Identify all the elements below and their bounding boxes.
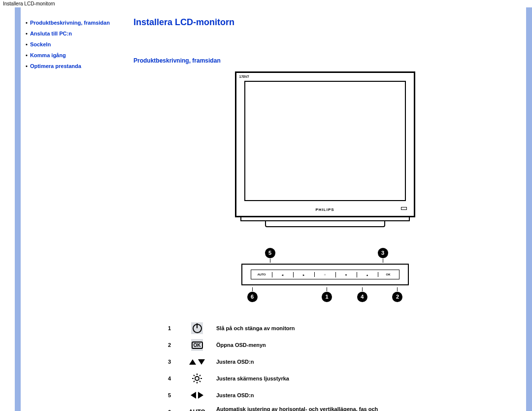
- panel-btn-auto: AUTO: [251, 273, 272, 276]
- monitor-diagram: 170V7 PHILIPS 5 3: [133, 71, 516, 302]
- sidebar-item-getting-started[interactable]: Komma igång: [30, 52, 66, 58]
- panel-btn-bright-icon: ☼: [314, 273, 335, 276]
- monitor-outline: 170V7 PHILIPS: [235, 71, 415, 217]
- legend-num: 5: [164, 387, 182, 403]
- svg-line-6: [200, 381, 200, 382]
- callout-5: 5: [265, 248, 275, 258]
- svg-line-5: [194, 375, 195, 376]
- sidebar-item-base[interactable]: Sockeln: [30, 41, 51, 47]
- legend-row: 4: [164, 371, 398, 386]
- monitor-led-icon: [401, 207, 407, 210]
- auto-icon: AUTO: [183, 404, 211, 411]
- legend-row: 2 OK Öppna OSD-menyn: [164, 337, 398, 353]
- monitor-model-label: 170V7: [239, 75, 249, 78]
- panel-body: AUTO ◂ ▸ ☼ ▾ ▴ OK: [241, 264, 409, 285]
- legend-table: 1 Slå på och stänga av monitorn 2 OK Öpp…: [163, 319, 399, 411]
- panel-diagram: 5 3 AUTO ◂ ▸ ☼ ▾ ▴: [241, 248, 409, 302]
- power-icon: [191, 322, 203, 334]
- page-title: Installera LCD-monitorn: [133, 17, 516, 28]
- panel-btn-down-icon: ▾: [335, 273, 357, 276]
- up-down-icon: [187, 356, 207, 368]
- legend-row: 5 Justera OSD:n: [164, 387, 398, 403]
- panel-btn-ok: OK: [378, 273, 399, 276]
- section-heading: Produktbeskrivning, framsidan: [133, 57, 516, 64]
- brightness-icon: [187, 373, 207, 384]
- sidebar-item-connect-pc[interactable]: Ansluta till PC:n: [30, 31, 72, 36]
- panel-btn-left-icon: ◂: [272, 273, 293, 276]
- legend-text: Öppna OSD-menyn: [212, 337, 398, 353]
- legend-num: 1: [164, 320, 182, 336]
- svg-line-7: [200, 375, 200, 376]
- layout: • Produktbeskrivning, framsidan • Anslut…: [0, 7, 532, 411]
- monitor-screen: [244, 81, 406, 201]
- sidebar-accent-bar: [15, 7, 21, 411]
- sidebar-item-optimize[interactable]: Optimera prestanda: [30, 63, 81, 69]
- callout-3: 3: [378, 248, 388, 258]
- panel-buttons-row: AUTO ◂ ▸ ☼ ▾ ▴ OK: [251, 270, 399, 279]
- legend-num: 3: [164, 354, 182, 370]
- sidebar: • Produktbeskrivning, framsidan • Anslut…: [21, 7, 127, 411]
- legend-row: 6 AUTO Automatisk justering av horisonta…: [164, 404, 398, 411]
- legend-text: Automatisk justering av horisontal- och …: [212, 404, 398, 411]
- sidebar-item-product-desc[interactable]: Produktbeskrivning, framsidan: [30, 20, 110, 26]
- panel-btn-right-icon: ▸: [293, 273, 314, 276]
- monitor-brand-label: PHILIPS: [236, 207, 414, 212]
- callout-1: 1: [322, 292, 332, 302]
- content: Installera LCD-monitorn Produktbeskrivni…: [127, 7, 532, 411]
- legend-text: Justera OSD:n: [212, 387, 398, 403]
- callout-6: 6: [247, 292, 258, 302]
- legend-num: 2: [164, 337, 182, 353]
- callout-2: 2: [392, 292, 402, 302]
- svg-line-8: [194, 381, 195, 382]
- svg-point-0: [195, 377, 199, 380]
- legend-text: Justera OSD:n: [212, 354, 398, 370]
- ok-icon: OK: [191, 339, 203, 351]
- legend-num: 4: [164, 371, 182, 386]
- panel-btn-up-icon: ▴: [357, 273, 378, 276]
- legend-row: 3 Justera OSD:n: [164, 354, 398, 370]
- monitor-stand-neck: [265, 221, 385, 227]
- legend-row: 1 Slå på och stänga av monitorn: [164, 320, 398, 336]
- monitor-stand-top: [240, 217, 410, 221]
- legend-text: Justera skärmens ljusstyrka: [212, 371, 398, 386]
- legend-text: Slå på och stänga av monitorn: [212, 320, 398, 336]
- legend-num: 6: [164, 404, 182, 411]
- callout-4: 4: [357, 292, 367, 302]
- left-right-icon: [187, 389, 207, 401]
- header-path: Installera LCD-monitorn: [0, 0, 532, 7]
